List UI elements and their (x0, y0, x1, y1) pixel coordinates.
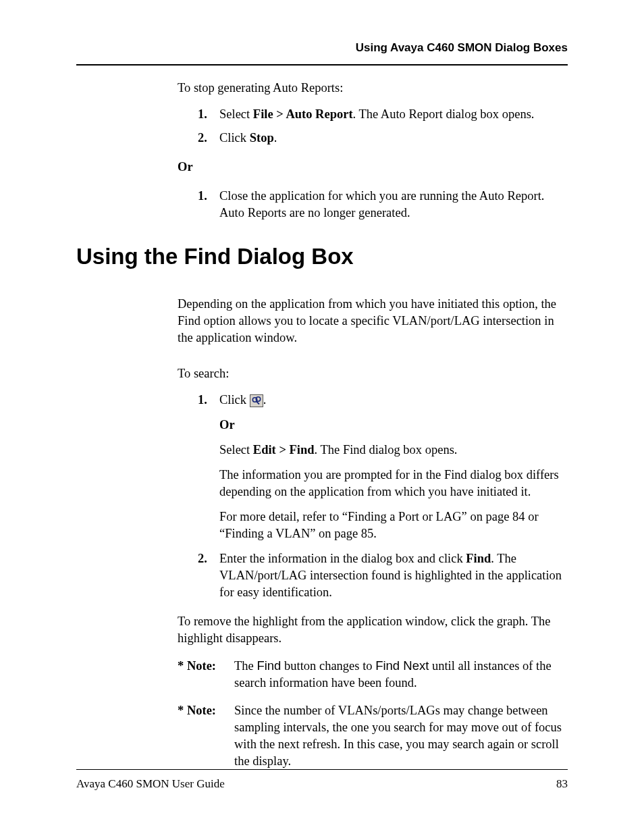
step-number: 1. (198, 106, 207, 123)
note-text: The Find button changes to Find Next unt… (234, 659, 552, 689)
step1-or: Or (219, 417, 568, 434)
running-header: Using Avaya C460 SMON Dialog Boxes (76, 41, 568, 56)
step1-alt: Select Edit > Find. The Find dialog box … (219, 442, 568, 459)
find-steps-cont: 2. Enter the information in the dialog b… (198, 550, 568, 601)
or-label: Or (178, 159, 568, 176)
find-step-1: 1. Click . (198, 392, 568, 409)
top-rule (76, 64, 568, 66)
step-text: Click . (219, 393, 266, 407)
step-text: Close the application for which you are … (219, 189, 544, 219)
note-1: * Note: The Find button changes to Find … (178, 658, 568, 692)
step-number: 2. (198, 550, 207, 567)
stop-step-1: 1. Select File > Auto Report. The Auto R… (198, 106, 568, 123)
remove-highlight: To remove the highlight from the applica… (178, 613, 568, 647)
find-steps: 1. Click . (198, 392, 568, 409)
footer-page: 83 (556, 777, 568, 792)
find-intro: Depending on the application from which … (178, 296, 568, 346)
stop-alt-steps: 1. Close the application for which you a… (198, 188, 568, 221)
section-heading: Using the Find Dialog Box (76, 242, 568, 272)
stop-alt-step-1: 1. Close the application for which you a… (198, 188, 568, 221)
step-text: Click Stop. (219, 131, 277, 145)
step1-para3: For more detail, refer to “Finding a Por… (219, 509, 568, 542)
note-2: * Note: Since the number of VLANs/ports/… (178, 702, 568, 770)
step-text: Select File > Auto Report. The Auto Repo… (219, 107, 534, 121)
stop-steps: 1. Select File > Auto Report. The Auto R… (198, 106, 568, 147)
step-number: 2. (198, 130, 207, 147)
step-text: Enter the information in the dialog box … (219, 552, 562, 599)
stop-step-2: 2. Click Stop. (198, 130, 568, 147)
stop-generating-intro: To stop generating Auto Reports: (178, 80, 568, 97)
note-label: * Note: (178, 702, 216, 719)
footer-guide: Avaya C460 SMON User Guide (76, 777, 225, 792)
note-label: * Note: (178, 658, 216, 675)
find-step-2: 2. Enter the information in the dialog b… (198, 550, 568, 601)
footer: Avaya C460 SMON User Guide 83 (76, 777, 568, 792)
find-icon (250, 394, 263, 407)
step-number: 1. (198, 188, 207, 205)
bottom-rule (76, 769, 568, 770)
step-number: 1. (198, 392, 207, 409)
content-area: To stop generating Auto Reports: 1. Sele… (76, 80, 568, 753)
step1-para2: The information you are prompted for in … (219, 467, 568, 500)
note-text: Since the number of VLANs/ports/LAGs may… (234, 704, 562, 768)
page: Using Avaya C460 SMON Dialog Boxes To st… (0, 0, 644, 834)
to-search-label: To search: (178, 365, 568, 382)
